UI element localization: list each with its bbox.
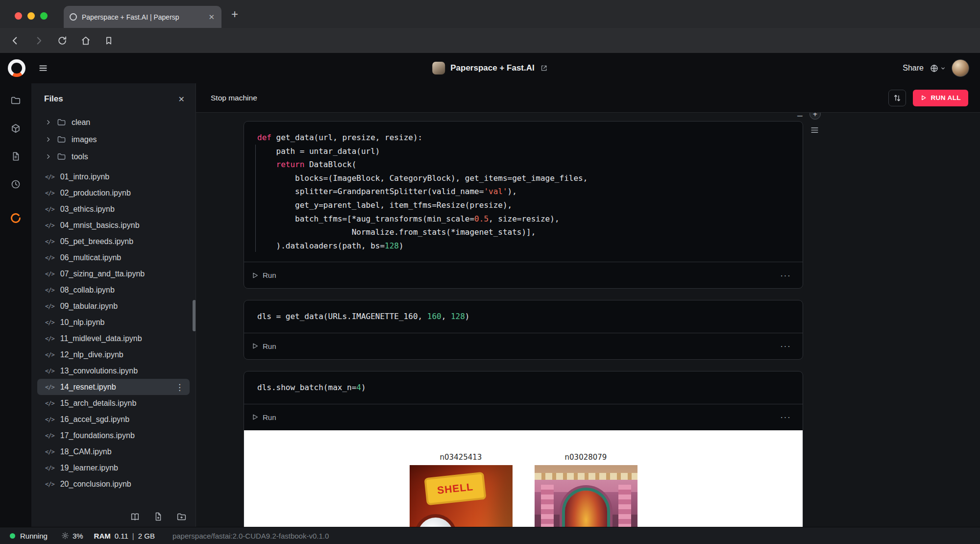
code-file-icon: </> bbox=[45, 303, 54, 310]
fastai-logo-icon[interactable] bbox=[9, 212, 22, 224]
stop-machine-button[interactable]: Stop machine bbox=[211, 94, 257, 102]
run-cell-button[interactable]: Run bbox=[251, 342, 276, 350]
minimize-window-button[interactable] bbox=[27, 12, 35, 20]
project-header[interactable]: Paperspace + Fast.AI bbox=[432, 62, 548, 74]
code-file-icon: </> bbox=[45, 206, 54, 213]
file-item[interactable]: </>02_production.ipynb bbox=[37, 185, 190, 201]
code-line: dls = get_data(URLs.IMAGENETTE_160, 160,… bbox=[257, 310, 793, 323]
indent-guide bbox=[255, 145, 256, 252]
browser-tab[interactable]: Paperspace + Fast.AI | Papersp ✕ bbox=[64, 6, 221, 28]
cell-code-editor[interactable]: dls.show_batch(max_n=4) bbox=[244, 371, 803, 404]
folder-row[interactable]: images bbox=[37, 131, 190, 148]
run-cell-button[interactable]: Run bbox=[251, 413, 276, 421]
code-file-icon: </> bbox=[45, 351, 54, 358]
file-item[interactable]: </>17_foundations.ipynb bbox=[37, 427, 190, 444]
forward-button[interactable] bbox=[33, 35, 44, 46]
file-item[interactable]: </>11_midlevel_data.ipynb bbox=[37, 330, 190, 346]
file-item[interactable]: </>12_nlp_dive.ipynb bbox=[37, 346, 190, 363]
file-item[interactable]: </>16_accel_sgd.ipynb bbox=[37, 411, 190, 427]
code-token: 128 bbox=[385, 241, 399, 250]
back-button[interactable] bbox=[10, 35, 21, 46]
file-item[interactable]: </>06_multicat.ipynb bbox=[37, 249, 190, 266]
add-cell-button[interactable]: + bbox=[809, 113, 821, 120]
code-line: ).dataloaders(path, bs=128) bbox=[257, 239, 793, 253]
run-cell-button[interactable]: Run bbox=[251, 271, 276, 279]
browser-navbar: https://console.paperspace.com/dbanys/no… bbox=[0, 28, 980, 53]
sidebar-menu-icon[interactable] bbox=[38, 63, 48, 73]
folder-row[interactable]: clean bbox=[37, 114, 190, 131]
file-name: 19_learner.ipynb bbox=[60, 464, 118, 472]
folder-name: clean bbox=[72, 118, 90, 127]
file-item[interactable]: </>14_resnet.ipynb⋮ bbox=[37, 379, 190, 395]
file-item[interactable]: </>18_CAM.ipynb bbox=[37, 444, 190, 460]
left-icon-rail bbox=[0, 83, 31, 527]
status-bar: Running 3% RAM 0.11 | 2 GB paperspace/fa… bbox=[0, 527, 980, 544]
code-token: get_data(url, presize, resize): bbox=[271, 133, 422, 142]
folder-row[interactable]: tools bbox=[37, 148, 190, 165]
shell-sign: SHELL bbox=[424, 471, 486, 505]
reader-icon[interactable] bbox=[130, 512, 140, 522]
close-window-button[interactable] bbox=[15, 12, 22, 20]
file-name: 06_multicat.ipynb bbox=[60, 253, 122, 262]
code-file-icon: </> bbox=[45, 335, 54, 342]
paperspace-logo[interactable] bbox=[8, 59, 25, 77]
new-tab-button[interactable]: + bbox=[231, 7, 238, 21]
code-file-icon: </> bbox=[45, 271, 54, 277]
cell-code-editor[interactable]: def get_data(url, presize, resize): path… bbox=[244, 122, 803, 262]
machine-state[interactable]: Running bbox=[20, 532, 48, 540]
file-name: 17_foundations.ipynb bbox=[60, 431, 135, 440]
bookmark-icon[interactable] bbox=[104, 36, 114, 46]
file-item[interactable]: </>05_pet_breeds.ipynb bbox=[37, 233, 190, 249]
files-scrollbar[interactable] bbox=[193, 300, 196, 331]
code-file-icon: </> bbox=[45, 448, 54, 455]
output-image-temple bbox=[535, 465, 637, 527]
kebab-menu-icon[interactable]: ⋮ bbox=[175, 382, 184, 392]
code-file-icon: </> bbox=[45, 481, 54, 488]
user-avatar[interactable] bbox=[952, 59, 969, 77]
file-item[interactable]: </>09_tabular.ipynb bbox=[37, 298, 190, 314]
files-close-icon[interactable]: ✕ bbox=[178, 95, 185, 104]
docs-rail-icon[interactable] bbox=[9, 150, 22, 163]
machines-rail-icon[interactable] bbox=[9, 122, 22, 135]
file-item[interactable]: </>01_intro.ipynb bbox=[37, 169, 190, 185]
cell-menu-icon[interactable]: ··· bbox=[780, 412, 791, 422]
code-token: Normalize.from_stats(*imagenet_stats)], bbox=[257, 227, 536, 237]
file-name: 16_accel_sgd.ipynb bbox=[60, 415, 129, 424]
gear-icon[interactable] bbox=[61, 532, 69, 540]
file-item[interactable]: </>04_mnist_basics.ipynb bbox=[37, 217, 190, 233]
file-item[interactable]: </>03_ethics.ipynb bbox=[37, 201, 190, 217]
fullscreen-window-button[interactable] bbox=[40, 12, 48, 20]
play-icon bbox=[251, 272, 259, 279]
file-item[interactable]: </>20_conclusion.ipynb bbox=[37, 476, 190, 492]
new-file-icon[interactable] bbox=[153, 512, 163, 522]
notebook-cell: def get_data(url, presize, resize): path… bbox=[244, 121, 803, 289]
share-button[interactable]: Share bbox=[903, 64, 924, 73]
history-rail-icon[interactable] bbox=[9, 178, 22, 191]
file-item[interactable]: </>13_convolutions.ipynb bbox=[37, 363, 190, 379]
code-token: 128 bbox=[451, 312, 465, 321]
files-rail-icon[interactable] bbox=[9, 94, 22, 107]
home-button[interactable] bbox=[80, 35, 91, 46]
new-folder-icon[interactable] bbox=[176, 512, 187, 522]
external-link-icon[interactable] bbox=[540, 64, 548, 72]
reload-button[interactable] bbox=[57, 35, 68, 46]
cell-menu-icon[interactable]: ··· bbox=[780, 341, 791, 351]
file-item[interactable]: </>10_nlp.ipynb bbox=[37, 314, 190, 330]
code-line: splitter=GrandparentSplitter(valid_name=… bbox=[257, 185, 793, 198]
run-all-button[interactable]: RUN ALL bbox=[913, 90, 968, 106]
file-item[interactable]: </>19_learner.ipynb bbox=[37, 460, 190, 476]
file-item[interactable]: </>08_collab.ipynb bbox=[37, 282, 190, 298]
code-token: batch_tfms=[*aug_transforms(min_scale= bbox=[257, 214, 474, 223]
file-item[interactable]: </>07_sizing_and_tta.ipynb bbox=[37, 266, 190, 282]
file-item[interactable]: </>15_arch_details.ipynb bbox=[37, 395, 190, 411]
code-token: ), bbox=[508, 187, 517, 196]
tab-close-icon[interactable]: ✕ bbox=[207, 13, 216, 22]
share-visibility-icon[interactable] bbox=[930, 64, 946, 73]
code-token: , size=resize), bbox=[489, 214, 560, 223]
ram-divider: | bbox=[132, 532, 134, 540]
outline-view-icon[interactable] bbox=[810, 126, 819, 134]
cell-code-editor[interactable]: dls = get_data(URLs.IMAGENETTE_160, 160,… bbox=[244, 300, 803, 333]
sync-kernel-button[interactable] bbox=[888, 90, 906, 106]
cell-menu-icon[interactable]: ··· bbox=[780, 270, 791, 281]
code-file-icon: </> bbox=[45, 222, 54, 229]
